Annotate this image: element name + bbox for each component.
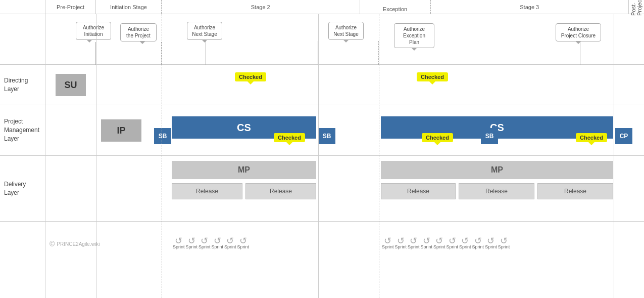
sprint-2: ↺ Sprint: [186, 236, 198, 249]
callout-authorize-initiation: Authorize Initiation: [76, 22, 111, 40]
proc-mp1: MP: [172, 161, 316, 179]
proc-mp2: MP: [381, 161, 613, 179]
divider-stage2-exception: [318, 14, 319, 298]
pm-row: IP SB CS SB CS: [45, 105, 644, 156]
phase-stage2: Stage 2: [162, 0, 360, 14]
release-box-5: Release: [537, 183, 613, 199]
checked-badge-cs2: Checked: [417, 72, 448, 81]
delivery-label: Delivery Layer: [0, 156, 45, 222]
sprint-label-9: Sprint: [408, 244, 420, 249]
sprint-label-11: Sprint: [433, 244, 445, 249]
directing-label: Directing Layer: [0, 65, 45, 105]
sprint-4: ↺ Sprint: [212, 236, 224, 249]
sprint-label-14: Sprint: [472, 244, 484, 249]
checked-badge-sb1: Checked: [274, 133, 305, 142]
pm-label: Project Management Layer: [0, 105, 45, 156]
layer-labels: Directing Layer Project Management Layer…: [0, 14, 45, 298]
sprint-12: ↺ Sprint: [447, 236, 459, 249]
divider-initiation-stage2: [162, 14, 162, 298]
sprint-label-1: Sprint: [173, 244, 185, 249]
sprint-10: ↺ Sprint: [421, 236, 433, 249]
divider-pre-initiation: [96, 14, 96, 298]
sprint-label-3: Sprint: [199, 244, 211, 249]
callout-authorize-next-stage-2: Authorize Next Stage: [328, 22, 364, 40]
callout-authorize-exception: Authorize Exception Plan: [394, 23, 434, 48]
sprint-5: ↺ Sprint: [224, 236, 236, 249]
connect-line-3: [206, 41, 206, 65]
proc-cp: CP: [615, 128, 632, 144]
checked-badge-cs1: Checked: [235, 72, 266, 81]
release-box-4: Release: [459, 183, 534, 199]
sprint-13: ↺ Sprint: [459, 236, 471, 249]
proc-sb1: SB: [154, 128, 171, 144]
delivery-row: MP Release Release MP Release: [45, 156, 644, 222]
sprint-16: ↺ Sprint: [498, 236, 510, 249]
authorize-row: Authorize Initiation Authorize the Proje…: [45, 14, 644, 65]
sprint-1: ↺ Sprint: [173, 236, 185, 249]
sprint-label-5: Sprint: [224, 244, 236, 249]
sprint-11: ↺ Sprint: [433, 236, 445, 249]
release-box-1: Release: [172, 183, 242, 199]
sprint-label-12: Sprint: [447, 244, 459, 249]
callout-authorize-closure: Authorize Project Closure: [556, 23, 601, 41]
directing-row: SU Checked Checked: [45, 65, 644, 105]
sprint-label-7: Sprint: [382, 244, 394, 249]
sprint-icons-stage3: ↺ Sprint ↺ Sprint ↺ Sprint ↺ Sprint: [382, 236, 510, 249]
callout-authorize-project: Authorize the Project: [120, 23, 157, 41]
sprint-label-15: Sprint: [485, 244, 497, 249]
sprint-3: ↺ Sprint: [199, 236, 211, 249]
sprint-label-6: Sprint: [237, 244, 250, 249]
phase-post-project: Post-Project: [629, 0, 644, 14]
phase-initiation: Initiation Stage: [96, 0, 162, 14]
sprint-8: ↺ Sprint: [395, 236, 407, 249]
proc-ip: IP: [101, 119, 141, 142]
sprint-icons-stage2: ↺ Sprint ↺ Sprint ↺ Sprint ↺ Sprint: [173, 236, 249, 249]
sprint-14: ↺ Sprint: [472, 236, 484, 249]
sprint-label-4: Sprint: [212, 244, 224, 249]
phase-stage3: Stage 3: [431, 0, 629, 14]
checked-badge-cp: Checked: [576, 133, 607, 142]
sprint-row: ↺ Sprint ↺ Sprint ↺ Sprint ↺ Sprint: [45, 222, 644, 252]
sprint-9: ↺ Sprint: [408, 236, 420, 249]
sprint-6: ↺ Sprint: [237, 236, 250, 249]
divider-exception-stage3: [379, 14, 379, 298]
content-area: Authorize Initiation Authorize the Proje…: [45, 14, 644, 298]
diagram: Pre-Project Initiation Stage Stage 2 Exc…: [0, 0, 644, 298]
sprint-7: ↺ Sprint: [382, 236, 394, 249]
callout-authorize-next-stage-1: Authorize Next Stage: [187, 22, 222, 40]
proc-su: SU: [56, 74, 86, 96]
release-box-2: Release: [245, 183, 316, 199]
phase-pre-project: Pre-Project: [45, 0, 96, 14]
phase-exception: Exception: [360, 0, 431, 14]
sprint-label-13: Sprint: [459, 244, 471, 249]
checked-badge-sb2: Checked: [422, 133, 453, 142]
proc-sb3: SB: [481, 128, 498, 144]
watermark: © PRINCE2Agile.wiki: [49, 240, 100, 248]
sprint-label-16: Sprint: [498, 244, 510, 249]
divider-stage3-post: [614, 14, 614, 298]
proc-sb2: SB: [318, 128, 335, 144]
release-box-3: Release: [381, 183, 456, 199]
sprint-15: ↺ Sprint: [485, 236, 497, 249]
sprint-label-2: Sprint: [186, 244, 198, 249]
sprint-label-10: Sprint: [421, 244, 433, 249]
sprint-label-8: Sprint: [395, 244, 407, 249]
connect-line-6: [580, 42, 580, 65]
